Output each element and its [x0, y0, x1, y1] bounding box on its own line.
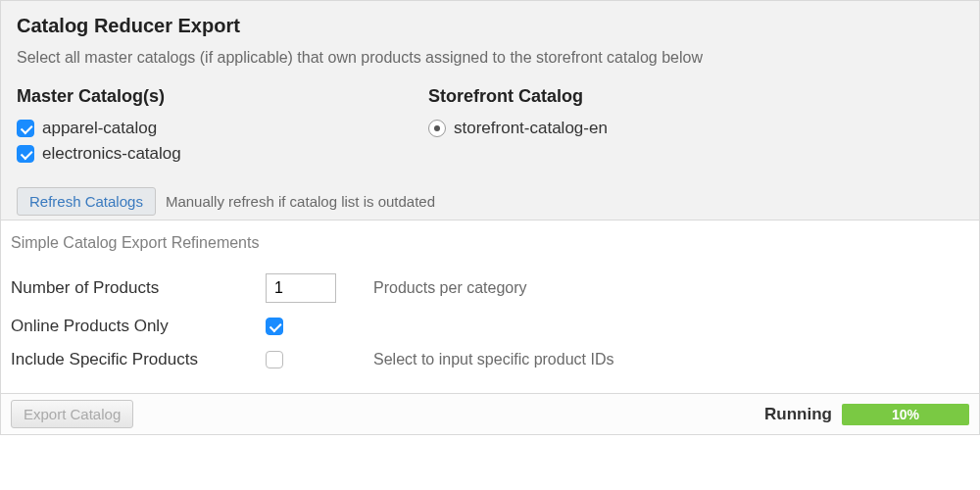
number-of-products-row: Number of Products Products per category [11, 273, 969, 303]
storefront-catalog-item[interactable]: storefront-catalog-en [428, 119, 963, 138]
include-specific-products-label: Include Specific Products [11, 350, 266, 369]
catalog-config-panel: Catalog Reducer Export Select all master… [0, 0, 980, 220]
master-catalog-label: electronics-catalog [42, 144, 181, 164]
master-catalog-item[interactable]: apparel-catalog [17, 119, 369, 138]
refresh-help-text: Manually refresh if catalog list is outd… [166, 193, 435, 210]
storefront-catalog-heading: Storefront Catalog [428, 86, 963, 107]
refinements-panel: Simple Catalog Export Refinements Number… [0, 220, 980, 393]
export-catalog-button[interactable]: Export Catalog [11, 400, 133, 428]
include-specific-products-checkbox[interactable] [266, 351, 283, 368]
storefront-catalog-label: storefront-catalog-en [454, 119, 608, 138]
number-of-products-input[interactable] [266, 273, 336, 303]
refinements-title: Simple Catalog Export Refinements [11, 234, 969, 252]
footer-bar: Export Catalog Running 10% [0, 393, 980, 435]
radio-icon[interactable] [428, 120, 446, 137]
checkbox-icon[interactable] [17, 145, 34, 163]
storefront-catalog-column: Storefront Catalog storefront-catalog-en [428, 86, 963, 170]
progress-text: 10% [842, 404, 969, 425]
page-title: Catalog Reducer Export [17, 15, 963, 37]
number-of-products-help: Products per category [373, 279, 527, 297]
include-specific-products-row: Include Specific Products Select to inpu… [11, 350, 969, 369]
status-label: Running [764, 405, 832, 424]
online-products-only-row: Online Products Only [11, 317, 969, 336]
master-catalog-item[interactable]: electronics-catalog [17, 144, 369, 164]
master-catalog-label: apparel-catalog [42, 119, 157, 138]
checkbox-icon[interactable] [17, 120, 34, 137]
include-specific-products-help: Select to input specific product IDs [373, 351, 613, 368]
online-products-only-checkbox[interactable] [266, 318, 283, 335]
online-products-only-label: Online Products Only [11, 317, 266, 336]
master-catalogs-heading: Master Catalog(s) [17, 86, 369, 107]
refresh-catalogs-button[interactable]: Refresh Catalogs [17, 187, 156, 216]
number-of-products-label: Number of Products [11, 278, 266, 298]
progress-bar: 10% [842, 404, 969, 425]
master-catalogs-column: Master Catalog(s) apparel-catalog electr… [17, 86, 369, 170]
page-subtitle: Select all master catalogs (if applicabl… [17, 49, 963, 67]
